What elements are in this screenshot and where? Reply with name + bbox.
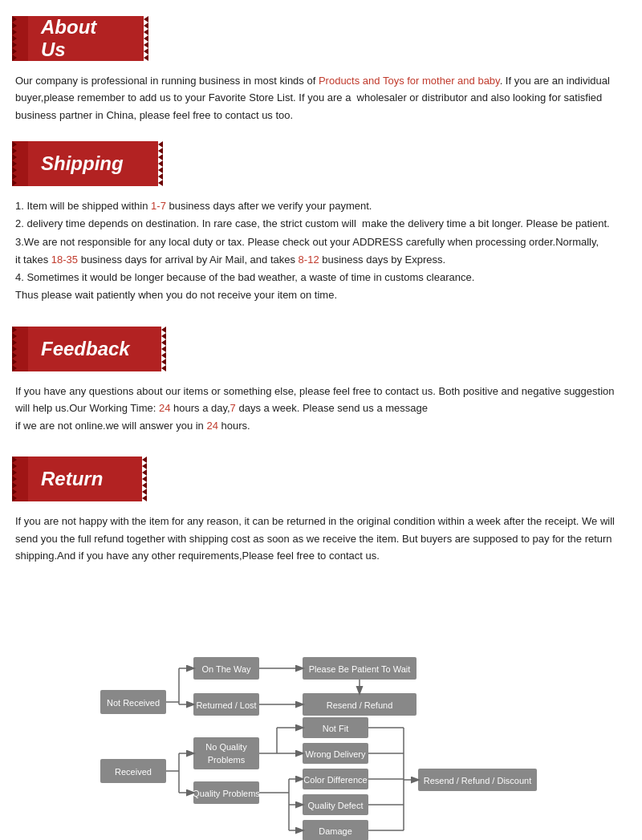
feedback-left-ribbon-icon [12, 327, 28, 371]
return-text: If you are not happy with the item for a… [12, 513, 630, 564]
feedback-banner: Feedback [12, 327, 630, 371]
flowchart-svg: Not Received On The Way Returned / Lost … [92, 613, 550, 841]
svg-text:On The Way: On The Way [201, 664, 251, 674]
svg-rect-16 [131, 457, 142, 501]
about-banner-main: About Us [28, 16, 132, 61]
shipping-item-1: 1. Item will be shipped within 1-7 busin… [15, 197, 627, 215]
shipping-banner: Shipping [12, 141, 630, 186]
svg-marker-15 [142, 457, 147, 501]
svg-text:Not Received: Not Received [107, 698, 160, 708]
svg-marker-7 [158, 141, 163, 186]
svg-text:Quality Problems: Quality Problems [193, 789, 260, 798]
flowchart-section: Not Received On The Way Returned / Lost … [12, 605, 630, 841]
svg-text:Damage: Damage [319, 826, 352, 836]
about-title: About Us [41, 16, 120, 61]
svg-marker-11 [161, 327, 166, 371]
shipping-item-5: Thus please wait patiently when you do n… [15, 286, 627, 304]
about-banner: About Us [12, 16, 630, 61]
shipping-item-2: 2. delivery time depends on destination.… [15, 215, 627, 233]
shipping-left-ribbon-icon [12, 141, 28, 186]
svg-text:Resend / Refund / Discount: Resend / Refund / Discount [424, 776, 532, 785]
feedback-right-ribbon-icon [150, 327, 166, 371]
svg-text:Returned / Lost: Returned / Lost [196, 700, 256, 710]
return-right-ribbon-icon [131, 457, 147, 501]
shipping-right-ribbon-icon [147, 141, 163, 186]
svg-text:No Quality: No Quality [205, 742, 247, 752]
svg-rect-4 [132, 16, 144, 61]
flowchart: Not Received On The Way Returned / Lost … [92, 613, 550, 841]
svg-rect-8 [147, 141, 158, 186]
feedback-banner-main: Feedback [28, 327, 150, 371]
return-banner: Return [12, 457, 630, 501]
feedback-section: Feedback If you have any questions about… [12, 327, 630, 434]
about-highlight: Products and Toys for mother and baby [319, 75, 500, 87]
shipping-item-4: 4. Sometimes it would be longer because … [15, 269, 627, 286]
right-ribbon-icon [132, 16, 148, 61]
svg-text:Problems: Problems [208, 755, 246, 765]
svg-text:Resend / Refund: Resend / Refund [327, 700, 393, 710]
svg-text:Received: Received [115, 767, 152, 777]
shipping-text: 1. Item will be shipped within 1-7 busin… [12, 197, 630, 304]
shipping-item-3: 3.We are not responsible for any local d… [15, 233, 627, 269]
return-section: Return If you are not happy with the ite… [12, 457, 630, 564]
feedback-title: Feedback [41, 338, 130, 360]
svg-marker-3 [144, 16, 148, 61]
left-ribbon-icon [12, 16, 28, 61]
about-text: Our company is professional in running b… [12, 72, 630, 124]
svg-text:Color Difference: Color Difference [303, 775, 367, 785]
svg-text:Not Fit: Not Fit [323, 724, 348, 733]
feedback-text: If you have any questions about our item… [12, 383, 630, 434]
svg-text:Wrong Delivery: Wrong Delivery [306, 749, 366, 759]
shipping-banner-main: Shipping [28, 141, 147, 186]
return-title: Return [41, 468, 103, 490]
svg-text:Please Be Patient To Wait: Please Be Patient To Wait [309, 664, 411, 674]
return-left-ribbon-icon [12, 457, 28, 501]
shipping-title: Shipping [41, 152, 124, 175]
return-banner-main: Return [28, 457, 131, 501]
about-section: About Us Our company is professional in … [12, 16, 630, 124]
shipping-section: Shipping 1. Item will be shipped within … [12, 141, 630, 304]
svg-rect-12 [150, 327, 161, 371]
svg-text:Quality Defect: Quality Defect [307, 801, 363, 810]
